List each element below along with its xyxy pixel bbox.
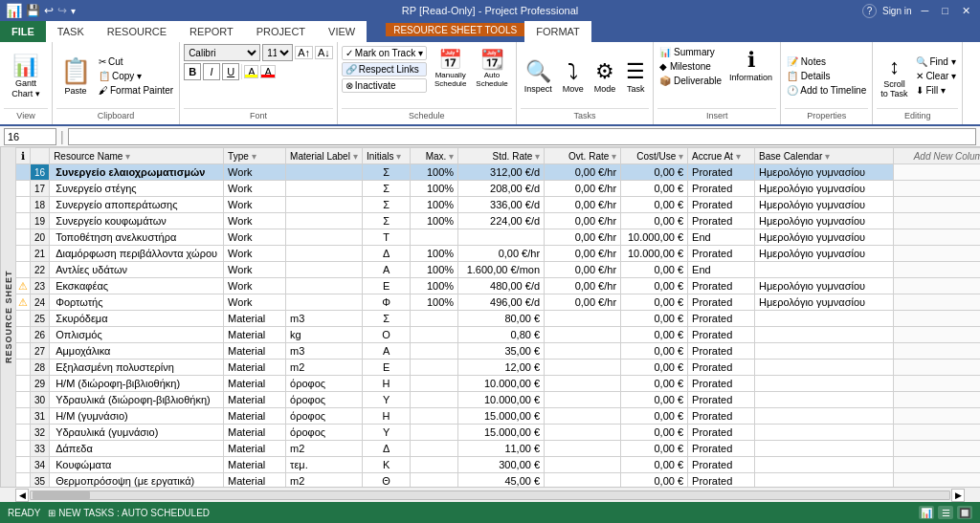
help-btn[interactable]: ? [862,4,877,18]
cell-type[interactable]: Material [224,473,286,488]
cell-cost-use[interactable]: 0,00 € [621,376,688,392]
cell-accrue[interactable]: Prorated [688,392,755,408]
cell-base-cal[interactable] [755,376,894,392]
cell-std-rate[interactable]: 80,00 € [458,311,545,327]
tab-view[interactable]: VIEW [317,21,367,42]
resource-table-container[interactable]: ℹ Resource Name ▾ Type ▾ Material Label … [15,147,980,487]
cell-accrue[interactable]: Prorated [688,376,755,392]
cell-resource-name[interactable]: Συνεργείο αποπεράτωσης [50,197,224,213]
cell-ovt-rate[interactable]: 0,00 €/hr [545,246,621,262]
notes-btn[interactable]: 📝 Notes [785,55,868,68]
cell-initials[interactable]: Δ [363,246,411,262]
cell-initials[interactable]: A [363,343,411,360]
cell-ovt-rate[interactable] [545,425,621,441]
cell-cost-use[interactable]: 0,00 € [621,360,688,376]
tab-file[interactable]: FILE [0,21,46,42]
cell-cost-use[interactable]: 0,00 € [621,311,688,327]
cell-std-rate[interactable]: 15.000,00 € [458,408,545,425]
italic-btn[interactable]: I [203,63,220,80]
cell-cost-use[interactable]: 0,00 € [621,294,688,311]
tab-project[interactable]: PROJECT [245,21,317,42]
cell-initials[interactable]: Δ [363,441,411,457]
find-btn[interactable]: 🔍 Find ▾ [914,55,958,68]
cell-accrue[interactable]: Prorated [688,197,755,213]
cell-cost-use[interactable]: 0,00 € [621,408,688,425]
cell-resource-name[interactable]: Διαμόρφωση περιβάλλοντα χώρου [50,246,224,262]
cell-initials[interactable]: H [363,376,411,392]
cut-btn[interactable]: ✂Cut [97,55,175,68]
cell-initials[interactable]: K [363,457,411,473]
cell-type[interactable]: Work [224,181,286,197]
cell-std-rate[interactable] [458,229,545,246]
cell-max[interactable] [411,441,458,457]
cell-resource-name[interactable]: Συνεργείο στέγης [50,181,224,197]
underline-btn[interactable]: U [222,63,239,80]
cell-accrue[interactable]: Prorated [688,425,755,441]
cell-resource-name[interactable]: Εκσκαφέας [50,278,224,294]
cell-accrue[interactable]: Prorated [688,360,755,376]
col-header-base-cal[interactable]: Base Calendar ▾ [755,148,894,164]
cell-max[interactable] [411,327,458,343]
status-icon-2[interactable]: ☰ [938,506,953,519]
cell-initials[interactable]: Σ [363,181,411,197]
cell-type[interactable]: Work [224,294,286,311]
cell-max[interactable]: 100% [411,197,458,213]
cell-initials[interactable]: Φ [363,294,411,311]
cell-ovt-rate[interactable] [545,457,621,473]
copy-btn[interactable]: 📋Copy ▾ [97,70,175,82]
col-header-type[interactable]: Type ▾ [224,148,286,164]
cell-type[interactable]: Work [224,278,286,294]
cell-initials[interactable]: A [363,262,411,278]
cell-accrue[interactable]: Prorated [688,343,755,360]
quick-access-redo[interactable]: ↪ [57,4,67,17]
cell-std-rate[interactable]: 336,00 €/d [458,197,545,213]
cell-max[interactable]: 100% [411,164,458,181]
cell-type[interactable]: Material [224,408,286,425]
cell-ovt-rate[interactable] [545,408,621,425]
col-header-material-label[interactable]: Material Label ▾ [286,148,363,164]
cell-ovt-rate[interactable]: 0,00 €/hr [545,229,621,246]
cell-std-rate[interactable]: 312,00 €/d [458,164,545,181]
col-header-max[interactable]: Max. ▾ [411,148,458,164]
cell-cost-use[interactable]: 0,00 € [621,343,688,360]
cell-ovt-rate[interactable] [545,343,621,360]
cell-std-rate[interactable]: 12,00 € [458,360,545,376]
cell-accrue[interactable]: Prorated [688,327,755,343]
cell-base-cal[interactable] [755,392,894,408]
table-row[interactable]: 35 Θερμοπρόσοψη (με εργατικά) Material m… [16,473,981,488]
cell-base-cal[interactable]: Ημερολόγιο γυμνασίου [755,278,894,294]
cell-accrue[interactable]: Prorated [688,408,755,425]
col-header-add-new[interactable]: Add New Column [894,148,980,164]
cell-resource-name[interactable]: Η/Μ (διώροφη-βιβλιοθήκη) [50,376,224,392]
cell-resource-name[interactable]: Δάπεδα [50,441,224,457]
cell-base-cal[interactable]: Ημερολόγιο γυμνασίου [755,181,894,197]
cell-cost-use[interactable]: 0,00 € [621,473,688,488]
cell-std-rate[interactable]: 10.000,00 € [458,392,545,408]
cell-ovt-rate[interactable]: 0,00 €/hr [545,262,621,278]
increase-font-btn[interactable]: A↑ [295,46,313,59]
cell-std-rate[interactable]: 45,00 € [458,473,545,488]
information-btn[interactable]: ℹ Information [725,46,776,84]
format-painter-btn[interactable]: 🖌Format Painter [97,84,175,97]
paste-btn[interactable]: 📋 Paste [56,44,95,108]
cell-std-rate[interactable]: 15.000,00 € [458,425,545,441]
table-row[interactable]: 19 Συνεργείο κουφωμάτων Work Σ 100% 224,… [16,213,981,229]
table-row[interactable]: 33 Δάπεδα Material m2 Δ 11,00 € 0,00 € P… [16,441,981,457]
cell-type[interactable]: Material [224,457,286,473]
cell-type[interactable]: Work [224,197,286,213]
cell-base-cal[interactable]: Ημερολόγιο γυμνασίου [755,197,894,213]
cell-base-cal[interactable] [755,473,894,488]
cell-material-label[interactable] [286,213,363,229]
cell-base-cal[interactable] [755,425,894,441]
cell-resource-name[interactable]: Θερμοπρόσοψη (με εργατικά) [50,473,224,488]
font-color-btn[interactable]: A [260,65,275,78]
col-header-resource-name[interactable]: Resource Name ▾ [50,148,224,164]
cell-resource-name[interactable]: Συνεργείο κουφωμάτων [50,213,224,229]
cell-accrue[interactable]: Prorated [688,181,755,197]
cell-max[interactable]: 100% [411,181,458,197]
table-row[interactable]: 34 Κουφώματα Material τεμ. K 300,00 € 0,… [16,457,981,473]
hscroll-track[interactable] [30,490,950,500]
cell-resource-name[interactable]: Αμμοχάλικα [50,343,224,360]
milestone-btn[interactable]: ◆ Milestone [657,60,724,73]
cell-base-cal[interactable] [755,441,894,457]
